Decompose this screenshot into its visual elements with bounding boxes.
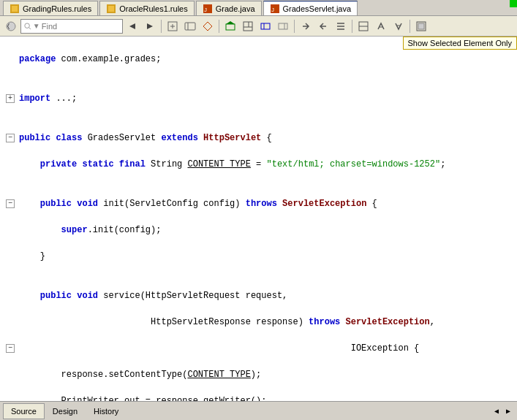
toolbar-sep3 xyxy=(294,20,295,33)
rules-file-icon xyxy=(10,4,20,14)
svg-rect-34 xyxy=(418,23,424,29)
toolbar-sep5 xyxy=(410,20,410,33)
toolbar-btn15[interactable] xyxy=(390,18,407,34)
java-file-icon: J xyxy=(203,4,213,14)
tab-oraclerules[interactable]: OracleRules1.rules xyxy=(99,1,195,15)
fold-service-icon[interactable]: − xyxy=(6,344,15,353)
tab-gradesservlet-label: GradesServlet.java xyxy=(283,4,352,13)
code-line-service1: public void service(HttpServletRequest r… xyxy=(6,289,511,302)
code-line-printwriter: PrintWriter out = response.getWriter(); xyxy=(6,394,511,401)
svg-rect-22 xyxy=(244,22,252,31)
tab-history[interactable]: History xyxy=(86,403,127,419)
tab-bar: GradingRules.rules OracleRules1.rules J … xyxy=(0,0,517,16)
svg-point-10 xyxy=(25,23,30,28)
svg-rect-3 xyxy=(108,6,114,12)
scroll-left-button[interactable]: ◀ xyxy=(491,405,502,417)
svg-rect-1 xyxy=(12,6,18,12)
toolbar-btn13[interactable] xyxy=(355,18,371,34)
toolbar-btn9[interactable] xyxy=(275,18,291,34)
code-line-import: +import ...; xyxy=(6,92,511,105)
tab-design[interactable]: Design xyxy=(45,403,86,419)
fold-init-icon[interactable]: − xyxy=(6,199,15,208)
tab-grade[interactable]: J Grade.java xyxy=(196,1,262,15)
find-dropdown-arrow[interactable]: ▼ xyxy=(33,22,40,30)
svg-rect-20 xyxy=(226,24,235,30)
tab-gradingrules[interactable]: GradingRules.rules xyxy=(3,1,98,15)
code-line-service2: HttpServletResponse response) throws Ser… xyxy=(6,316,511,329)
find-box: ▼ xyxy=(20,19,123,34)
code-line-1: package com.example.grades; xyxy=(6,53,511,66)
toolbar-btn8[interactable] xyxy=(257,18,273,34)
code-line-const: private static final String CONTENT_TYPE… xyxy=(6,158,511,171)
show-selected-tooltip[interactable]: Show Selected Element Only xyxy=(403,37,517,50)
toolbar-sep2 xyxy=(219,20,219,33)
code-line-init: − public void init(ServletConfig config)… xyxy=(6,197,511,210)
code-line-class: −public class GradesServlet extends Http… xyxy=(6,131,511,145)
toolbar-btn7[interactable] xyxy=(240,18,256,34)
tab-grade-label: Grade.java xyxy=(216,4,255,13)
tab-design-label: Design xyxy=(53,407,78,416)
bottom-bar: Source Design History ◀ ▶ xyxy=(0,401,517,420)
toolbar-sep4 xyxy=(352,20,352,33)
toolbar: ▼ xyxy=(0,16,517,37)
tab-gradesservlet[interactable]: J GradesServlet.java xyxy=(263,1,358,15)
svg-text:J: J xyxy=(271,7,274,13)
rules-file-icon2 xyxy=(106,4,116,14)
toolbar-btn4[interactable] xyxy=(182,18,198,34)
tab-source[interactable]: Source xyxy=(3,403,45,419)
svg-text:J: J xyxy=(204,7,207,13)
java-file-icon2: J xyxy=(270,4,280,14)
code-line-super: super.init(config); xyxy=(6,224,511,237)
main-container: Show Selected Element Only package com.e… xyxy=(0,37,517,401)
show-selected-label: Show Selected Element Only xyxy=(408,39,512,47)
toolbar-btn10[interactable] xyxy=(298,18,314,34)
svg-rect-25 xyxy=(261,23,270,29)
svg-marker-21 xyxy=(226,21,235,24)
nav-prev-button[interactable] xyxy=(124,18,140,34)
code-line-initclose: } xyxy=(6,250,511,263)
svg-line-11 xyxy=(29,27,31,28)
find-dropdown-icon xyxy=(24,22,31,31)
toolbar-btn12[interactable] xyxy=(333,18,349,34)
toolbar-btn14[interactable] xyxy=(373,18,389,34)
find-input[interactable] xyxy=(42,22,119,31)
toolbar-sep1 xyxy=(161,20,162,33)
tab-history-label: History xyxy=(94,407,118,416)
svg-marker-12 xyxy=(129,23,135,29)
svg-rect-17 xyxy=(185,23,195,30)
code-line-setcontent: response.setContentType(CONTENT_TYPE); xyxy=(6,368,511,381)
fold-import-icon[interactable]: + xyxy=(6,94,15,103)
tab-source-label: Source xyxy=(11,407,37,416)
fold-class-icon[interactable]: − xyxy=(6,134,15,142)
code-content: package com.example.grades; +import ...;… xyxy=(0,39,517,401)
toolbar-btn3[interactable] xyxy=(165,18,181,34)
toolbar-btn5[interactable] xyxy=(200,18,216,34)
svg-marker-13 xyxy=(147,23,153,29)
scroll-right-button[interactable]: ▶ xyxy=(502,405,514,417)
svg-rect-27 xyxy=(279,23,287,29)
toolbar-btn16[interactable] xyxy=(413,18,429,34)
green-status-indicator xyxy=(510,0,517,7)
code-area[interactable]: package com.example.grades; +import ...;… xyxy=(0,37,517,401)
code-line-service3: − IOException { xyxy=(6,342,511,355)
tab-gradingrules-label: GradingRules.rules xyxy=(23,4,91,13)
nav-next-button[interactable] xyxy=(142,18,158,34)
svg-marker-19 xyxy=(203,22,212,31)
toolbar-btn6[interactable] xyxy=(222,18,238,34)
toolbar-btn11[interactable] xyxy=(315,18,331,34)
back-button[interactable] xyxy=(3,18,19,34)
tab-oraclerules-label: OracleRules1.rules xyxy=(119,4,188,13)
